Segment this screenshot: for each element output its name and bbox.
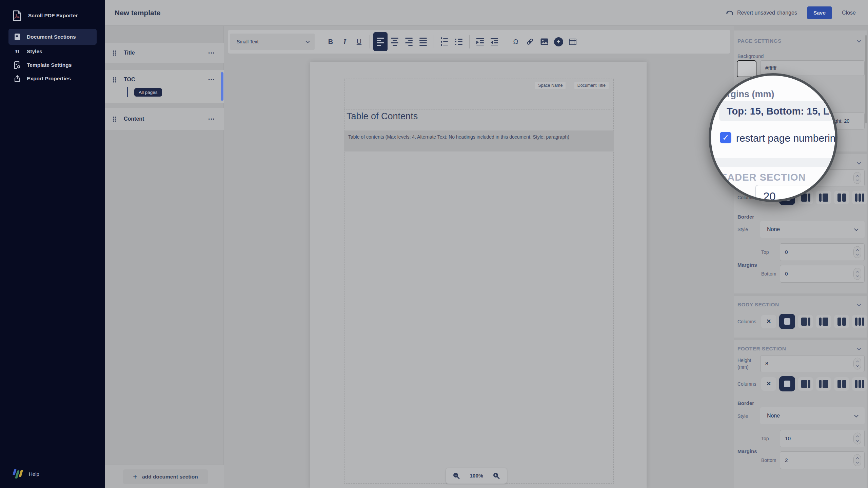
ordered-list-button[interactable] (437, 34, 452, 50)
page-settings-header[interactable]: PAGE SETTINGS (737, 38, 861, 44)
special-character-button[interactable]: Ω (509, 34, 523, 50)
sidebar-item-label: Document Sections (27, 34, 76, 40)
zoom-out-button[interactable] (453, 472, 460, 480)
align-right-icon (405, 38, 413, 46)
section-menu-icon[interactable]: ••• (208, 117, 215, 122)
italic-button[interactable]: I (338, 34, 352, 50)
app-sidebar: Scroll PDF Exporter Document Sections ” … (0, 0, 105, 488)
table-button[interactable] (566, 34, 580, 50)
header-margin-bottom-input[interactable]: 0 (780, 265, 865, 283)
background-color-swatch[interactable] (737, 60, 756, 77)
columns-three-button[interactable] (852, 191, 867, 204)
columns-left-main-button[interactable] (816, 191, 831, 204)
stepper-control[interactable] (853, 172, 861, 184)
underline-button[interactable]: U (352, 34, 366, 50)
drag-handle-icon[interactable] (113, 77, 116, 83)
plus-circle-icon: + (554, 37, 563, 46)
margin-top-value: 0 (785, 249, 788, 255)
sidebar-item-document-sections[interactable]: Document Sections (8, 29, 97, 45)
align-center-button[interactable] (388, 34, 402, 50)
drag-handle-icon[interactable] (113, 116, 116, 122)
sections-panel-footer: + add document section (105, 465, 224, 488)
three-column-icon (855, 318, 864, 326)
bold-button[interactable]: B (323, 34, 338, 50)
columns-three-button[interactable] (852, 377, 867, 391)
columns-single-button[interactable] (779, 314, 795, 329)
undo-icon (726, 10, 734, 16)
help-label: Help (29, 471, 39, 477)
section-menu-icon[interactable]: ••• (208, 50, 215, 56)
zoom-in-button[interactable] (493, 472, 500, 480)
body-section-header[interactable]: BODY SECTION (737, 302, 861, 308)
toc-placeholder-block[interactable]: Table of contents (Max levels: 4, Altern… (344, 130, 614, 151)
columns-two-button[interactable] (834, 377, 849, 391)
footer-height-value: 8 (765, 361, 768, 367)
close-button[interactable]: Close (842, 10, 856, 16)
add-document-section-button[interactable]: + add document section (123, 469, 208, 484)
chevron-down-icon (854, 227, 859, 231)
drag-handle-icon[interactable] (113, 50, 116, 56)
toc-heading[interactable]: Table of Contents (347, 111, 418, 122)
columns-none-button[interactable]: ✕ (761, 377, 776, 391)
save-button[interactable]: Save (807, 6, 832, 19)
columns-main-right-button[interactable] (798, 377, 813, 391)
header-margin-top-input[interactable]: 0 (780, 243, 865, 261)
stepper-control[interactable] (853, 454, 861, 466)
section-row-content[interactable]: Content ••• (105, 108, 224, 130)
space-name-chip[interactable]: Space Name (535, 82, 566, 89)
image-button[interactable] (537, 34, 551, 50)
bullet-list-button[interactable] (452, 34, 466, 50)
align-justify-button[interactable] (416, 34, 430, 50)
stepper-control[interactable] (853, 268, 861, 280)
page-body-region[interactable] (344, 109, 614, 484)
footer-margin-top-input[interactable]: 10 (780, 430, 865, 447)
sidebar-item-styles[interactable]: ” Styles (8, 45, 97, 58)
page-header-region[interactable]: Space Name – Document Title (344, 79, 614, 109)
revert-button[interactable]: Revert unsaved changes (726, 10, 797, 16)
section-row-title[interactable]: Title ••• (105, 43, 224, 63)
chevron-down-icon (857, 302, 861, 306)
table-icon (569, 39, 576, 45)
columns-left-main-button[interactable] (816, 315, 831, 328)
section-row-toc[interactable]: TOC ••• All pages (105, 70, 224, 103)
revert-label: Revert unsaved changes (737, 10, 797, 16)
columns-three-button[interactable] (852, 315, 867, 328)
align-right-button[interactable] (402, 34, 416, 50)
footer-margin-bottom-input[interactable]: 2 (780, 451, 865, 469)
panel-scrollbar-thumb[interactable] (865, 35, 867, 123)
main-right-column-icon (801, 318, 810, 326)
stepper-control[interactable] (853, 358, 861, 370)
sidebar-item-export-properties[interactable]: Export Properties (8, 72, 97, 85)
sidebar-item-template-settings[interactable]: Template Settings (8, 58, 97, 72)
card-title: FOOTER SECTION (737, 346, 786, 352)
zoom-controls: 100% (446, 468, 507, 484)
align-left-button[interactable] (373, 32, 388, 51)
stepper-control[interactable] (853, 433, 861, 445)
help-button[interactable]: Help (13, 469, 39, 479)
footer-border-style-select[interactable]: None (760, 407, 865, 424)
columns-two-button[interactable] (834, 191, 849, 204)
header-border-style-select[interactable]: None (760, 221, 865, 238)
columns-two-button[interactable] (834, 315, 849, 328)
columns-single-button[interactable] (779, 376, 795, 391)
lens-restart-checkbox[interactable]: ✓ (720, 132, 731, 143)
lens-margins-summary: Top: 15, Bottom: 15, Left: 2 (719, 101, 837, 121)
indent-increase-button[interactable] (473, 34, 487, 50)
three-column-icon (855, 194, 864, 202)
sidebar-item-label: Template Settings (27, 62, 72, 68)
document-page-preview[interactable]: Space Name – Document Title Table of Con… (310, 62, 647, 488)
columns-main-right-button[interactable] (798, 315, 813, 328)
stepper-control[interactable] (853, 246, 861, 258)
text-style-dropdown[interactable]: Small Text (230, 34, 315, 50)
footer-section-header[interactable]: FOOTER SECTION (737, 346, 861, 352)
columns-none-button[interactable]: ✕ (761, 315, 776, 328)
link-button[interactable] (523, 34, 537, 50)
indent-decrease-button[interactable] (487, 34, 501, 50)
footer-height-input[interactable]: 8 (760, 355, 865, 372)
columns-left-main-button[interactable] (816, 377, 831, 391)
section-menu-icon[interactable]: ••• (208, 77, 215, 82)
quotes-icon: ” (13, 48, 21, 55)
document-title-chip[interactable]: Document Title (574, 82, 609, 89)
single-column-icon (784, 381, 790, 387)
insert-macro-button[interactable]: + (551, 34, 566, 50)
